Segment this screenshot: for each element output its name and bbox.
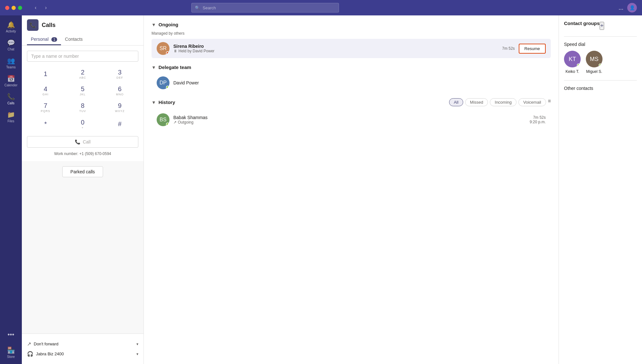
device-label: Jabra Biz 2400 [36,351,64,356]
tab-contacts[interactable]: Contacts [61,34,86,45]
sidebar-item-store[interactable]: 🏪 Store [3,343,19,361]
sidebar: 🔔 Activity 💬 Chat 👥 Teams 📅 Calender 📞 C… [0,15,22,364]
nav-back-button[interactable]: ‹ [31,3,40,12]
teams-icon: 👥 [7,57,15,65]
divider-2 [564,80,637,81]
keiko-status [577,64,580,67]
calls-panel-title: Calls [42,22,56,29]
dial-key-5[interactable]: 5 JKL [64,82,101,99]
titlebar-right: ... 👤 [619,3,637,13]
ongoing-call-time: 7m 52s [502,46,515,51]
device-icon: 🎧 [27,351,33,357]
parked-calls-button[interactable]: Parked calls [62,166,103,177]
more-options-button[interactable]: ... [619,4,623,11]
history-item: BS Babak Shammas ↗ Outgoing 7m 52s 9:20 … [152,110,551,129]
sidebar-item-teams[interactable]: 👥 Teams [3,54,19,72]
dial-key-3[interactable]: 3 DEF [101,65,138,82]
device-settings-row[interactable]: 🎧 Jabra Biz 2400 ▾ [27,349,138,359]
ongoing-chevron-icon[interactable]: ▼ [152,22,156,27]
calls-title-row: 📞 Calls [27,19,138,34]
dial-key-hash[interactable]: # [101,116,138,132]
tab-personal[interactable]: Personal 1 [27,34,61,45]
forward-settings-row[interactable]: ↗ Don't forward ▾ [27,339,138,349]
dial-key-2[interactable]: 2 ABC [64,65,101,82]
forward-chevron-icon: ▾ [136,342,138,346]
keiko-name: Keiko T. [566,69,579,74]
forward-icon: ↗ [27,341,31,347]
content-area: 📞 Calls Personal 1 Contacts [22,15,642,364]
app-layout: 🔔 Activity 💬 Chat 👥 Teams 📅 Calender 📞 C… [0,15,642,364]
sidebar-item-calendar-label: Calender [4,83,18,87]
sidebar-item-files-label: Files [7,119,14,123]
sidebar-item-chat[interactable]: 💬 Chat [3,36,19,54]
delegate-item-david: DP David Power [152,74,551,92]
held-by-label: Held by David Power [178,49,214,53]
search-input[interactable] [203,5,335,10]
speed-dial-keiko[interactable]: KT Keiko T. [564,51,581,74]
filter-missed-button[interactable]: Missed [465,98,488,106]
filter-all-button[interactable]: All [449,98,463,106]
contact-groups-title: Contact groups [564,21,600,26]
calls-panel: 📞 Calls Personal 1 Contacts [22,15,144,364]
sidebar-item-chat-label: Chat [7,48,14,51]
history-chevron-icon[interactable]: ▼ [152,100,156,105]
dialpad-area: 1 2 ABC 3 DEF 4 GHI [22,46,143,161]
calls-icon: 📞 [7,93,15,100]
speed-dial-miguel[interactable]: MS Miguel S. [586,51,603,74]
sidebar-item-calls[interactable]: 📞 Calls [3,90,19,108]
dial-key-1[interactable]: 1 [27,65,64,82]
dial-key-8[interactable]: 8 TUV [64,99,101,116]
user-avatar[interactable]: 👤 [627,3,637,13]
sidebar-item-activity[interactable]: 🔔 Activity [3,18,19,36]
number-input[interactable] [27,51,138,62]
delegate-section-title: Delegate team [159,65,191,70]
calls-panel-footer: ↗ Don't forward ▾ 🎧 Jabra Biz 2400 ▾ [22,334,143,364]
sirena-avatar: SR [157,42,169,55]
search-icon: 🔍 [195,5,200,10]
delegate-section-header: ▼ Delegate team [152,65,551,70]
filter-menu-icon[interactable]: ≡ [548,98,551,106]
managed-by-label: Managed by others [152,31,551,36]
minimize-dot[interactable] [12,6,16,10]
miguel-name: Miguel S. [586,69,602,74]
keiko-avatar: KT [564,51,581,67]
filter-incoming-button[interactable]: Incoming [490,98,516,106]
more-icon: ••• [7,331,14,338]
ongoing-call-info: Sirena Ribeiro ⏸ Held by David Power [173,44,498,53]
dial-key-0[interactable]: 0 + [64,116,101,132]
miguel-status [599,64,602,67]
dial-key-4[interactable]: 4 GHI [27,82,64,99]
miguel-avatar: MS [586,51,603,67]
delegate-chevron-icon[interactable]: ▼ [152,65,156,70]
store-icon: 🏪 [7,346,15,354]
search-bar[interactable]: 🔍 [191,3,339,13]
history-call-type: ↗ Outgoing [173,120,526,125]
call-button[interactable]: 📞 Call [27,136,138,148]
maximize-dot[interactable] [18,6,22,10]
delegate-name: David Power [173,80,199,85]
add-contact-group-button[interactable]: + [600,22,604,30]
call-button-label: Call [83,139,91,144]
sidebar-item-calendar[interactable]: 📅 Calender [3,72,19,90]
history-filters: All Missed Incoming Voicemail ≡ [449,98,551,106]
dial-key-9[interactable]: 9 WXYZ [101,99,138,116]
resume-button[interactable]: Resume [519,44,546,54]
speed-dial-title: Speed dial [564,42,637,47]
filter-voicemail-button[interactable]: Voicemail [518,98,546,106]
dial-key-star[interactable]: * [27,116,64,132]
personal-tab-badge: 1 [51,37,57,42]
avatar-status-busy [166,51,169,55]
window-controls [5,6,22,10]
david-avatar-status [166,86,169,89]
nav-forward-button[interactable]: › [41,3,50,12]
sidebar-item-files[interactable]: 📁 Files [3,108,19,126]
dial-key-6[interactable]: 6 MNO [101,82,138,99]
sidebar-item-more[interactable]: ••• [3,325,19,343]
divider-1 [564,36,637,37]
close-dot[interactable] [5,6,9,10]
files-icon: 📁 [7,111,15,118]
calls-tabs: Personal 1 Contacts [27,34,138,45]
dial-key-7[interactable]: 7 PQRS [27,99,64,116]
history-section-header: ▼ History All Missed Incoming Voicemail … [152,98,551,106]
babak-avatar-status [166,123,169,126]
